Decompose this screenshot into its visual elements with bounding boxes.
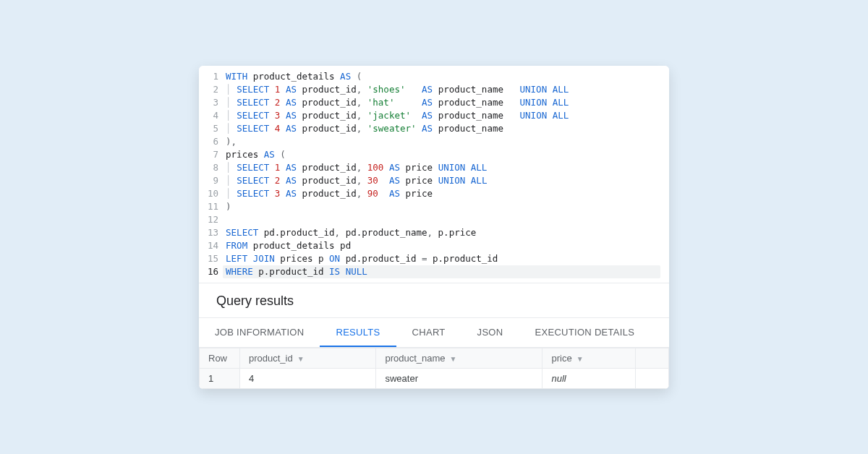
col-product_name[interactable]: product_name▼ — [376, 348, 542, 368]
tab-job-information[interactable]: JOB INFORMATION — [199, 318, 320, 347]
line-gutter: 12345678910111213141516 — [199, 70, 226, 278]
tab-execution-details[interactable]: EXECUTION DETAILS — [519, 318, 650, 347]
query-panel: 12345678910111213141516 WITH product_det… — [199, 66, 669, 389]
table-row: 14sweaternull — [200, 368, 669, 388]
col-product_id[interactable]: product_id▼ — [240, 348, 376, 368]
results-table: Rowproduct_id▼product_name▼price▼ 14swea… — [199, 348, 669, 389]
tab-results[interactable]: RESULTS — [320, 318, 396, 347]
results-tabs: JOB INFORMATIONRESULTSCHARTJSONEXECUTION… — [199, 317, 669, 348]
query-results-heading: Query results — [199, 283, 669, 317]
tab-chart[interactable]: CHART — [396, 318, 461, 347]
sql-code-area[interactable]: WITH product_details AS (│ SELECT 1 AS p… — [226, 70, 669, 278]
col-row: Row — [200, 348, 240, 368]
col-price[interactable]: price▼ — [542, 348, 635, 368]
tab-json[interactable]: JSON — [461, 318, 519, 347]
sql-editor[interactable]: 12345678910111213141516 WITH product_det… — [199, 66, 669, 283]
